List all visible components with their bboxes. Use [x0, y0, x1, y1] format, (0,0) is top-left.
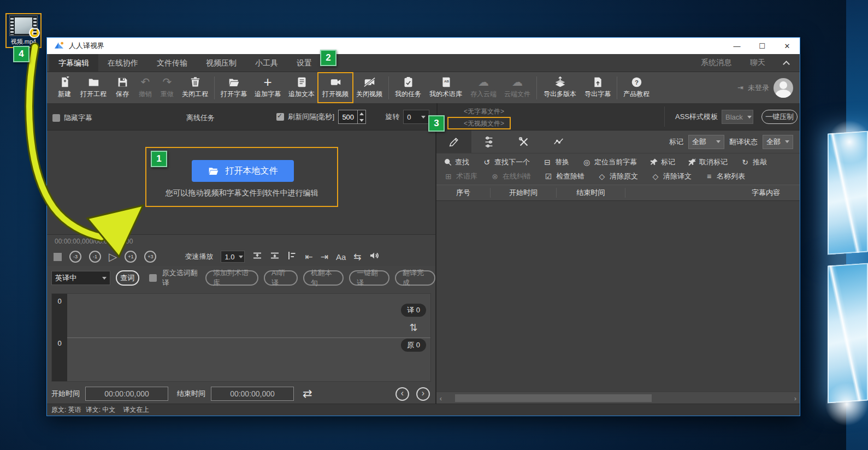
append-subtitle-button[interactable]: + 追加字幕 — [251, 73, 285, 102]
spinner-down-icon[interactable] — [358, 117, 365, 123]
my-glossary-button[interactable]: AB 我的术语库 — [425, 73, 467, 102]
minimize-button[interactable]: — — [724, 38, 749, 54]
name-list-button[interactable]: ≡ 名称列表 — [705, 171, 745, 181]
menu-file-transfer[interactable]: 文件传输 — [147, 54, 197, 72]
online-correction-button[interactable]: ⊗ 在线纠错 — [491, 171, 531, 181]
hide-subtitle-checkbox[interactable] — [52, 114, 60, 122]
font-style-icon[interactable]: Aa — [336, 252, 346, 262]
export-multi-version-button[interactable]: 导出多版本 — [539, 73, 581, 102]
loop-icon[interactable]: ⇄ — [303, 387, 312, 400]
subtitle-table-body[interactable] — [436, 201, 800, 392]
menu-subtitle-edit[interactable]: 字幕编辑 — [49, 54, 98, 72]
lookup-word-button[interactable]: 查词 — [116, 270, 139, 286]
mark-button[interactable]: 标记 — [650, 157, 675, 167]
login-area[interactable]: ⇥ 未登录 — [737, 72, 793, 103]
tutorial-button[interactable]: ? 产品教程 — [619, 73, 653, 102]
machine-translate-sentence-button[interactable]: 机翻本句 — [303, 270, 344, 286]
menu-settings[interactable]: 设置 — [287, 54, 321, 72]
one-key-translate-button[interactable]: 一键翻译 — [349, 270, 389, 286]
select-word-translate-checkbox[interactable] — [149, 274, 157, 282]
redo-button[interactable]: ↷ 重做 — [156, 73, 178, 102]
system-messages-link[interactable]: 系统消息 — [701, 58, 731, 68]
open-project-button[interactable]: 打开工程 — [76, 73, 110, 102]
rewind-1s-button[interactable]: -1 — [89, 251, 101, 263]
append-text-button[interactable]: 追加文本 — [285, 73, 318, 102]
title-bar[interactable]: 人人译视界 — ☐ ✕ — [47, 38, 800, 54]
open-subtitle-button[interactable]: 打开字幕 — [217, 73, 251, 102]
menu-tools[interactable]: 小工具 — [246, 54, 287, 72]
export-subtitle-button[interactable]: 导出字幕 — [581, 73, 615, 102]
chat-link[interactable]: 聊天 — [750, 58, 765, 68]
find-next-button[interactable]: ↺ 查找下一个 — [482, 157, 530, 167]
speed-select[interactable]: 1.0 — [221, 251, 245, 263]
clear-translation-button[interactable]: ◇ 清除译文 — [651, 171, 692, 181]
next-subtitle-button[interactable]: › — [416, 387, 430, 401]
unmark-button[interactable]: 取消标记 — [688, 157, 728, 167]
clear-source-button[interactable]: ◇ 清除原文 — [598, 171, 638, 181]
volume-icon[interactable] — [369, 251, 379, 263]
swap-source-translation-icon[interactable]: ⇅ — [410, 322, 418, 334]
close-button[interactable]: ✕ — [775, 38, 800, 54]
end-time-input[interactable]: 00:00:00,000 — [211, 387, 294, 401]
refresh-interval-checkbox[interactable] — [276, 113, 284, 121]
collapse-chevron-icon[interactable] — [783, 61, 790, 68]
previous-subtitle-button[interactable]: ‹ — [395, 387, 409, 401]
subtitle-text-editor[interactable]: 0 0 译 0 ⇅ 原 0 — [51, 293, 431, 382]
one-key-compress-button[interactable]: 一键压制 — [761, 110, 798, 124]
desktop-file-video-mp4[interactable]: ▶ 视频.mp4 — [5, 13, 42, 48]
save-button[interactable]: 保存 — [110, 73, 134, 102]
undo-button[interactable]: ↶ 撤销 — [134, 73, 156, 102]
my-tasks-button[interactable]: 我的任务 — [391, 73, 425, 102]
cloud-files-button[interactable]: ☁ 云端文件 — [500, 73, 534, 102]
rotate-select[interactable]: 0 — [403, 110, 429, 124]
refresh-interval-spinner[interactable]: 500 — [338, 110, 366, 124]
maximize-button[interactable]: ☐ — [749, 38, 775, 54]
glossary-button[interactable]: ⊞ 术语库 — [444, 171, 477, 181]
forward-3s-button[interactable]: +3 — [144, 251, 156, 263]
menu-online-collab[interactable]: 在线协作 — [98, 54, 147, 72]
tab-tools[interactable] — [506, 131, 541, 153]
add-to-glossary-button[interactable]: 添加到术语库 — [205, 270, 258, 286]
scroll-left-icon[interactable]: ‹ — [436, 392, 445, 404]
refine-button[interactable]: ↻ 推敲 — [741, 157, 767, 167]
new-button[interactable]: 新建 — [52, 73, 76, 102]
rewind-3s-button[interactable]: -3 — [69, 251, 81, 263]
ai-transcribe-button[interactable]: AI听译 — [264, 270, 298, 286]
open-local-file-button[interactable]: 打开本地文件 — [192, 160, 294, 182]
align-icon[interactable] — [287, 251, 297, 263]
offline-task-label[interactable]: 离线任务 — [186, 113, 215, 123]
find-button[interactable]: 查找 — [444, 157, 469, 167]
swap-lines-icon[interactable]: ⇆ — [353, 251, 361, 263]
tab-adjust[interactable] — [471, 131, 506, 153]
tab-edit[interactable] — [436, 131, 471, 153]
translate-done-button[interactable]: 翻译完成 — [395, 270, 435, 286]
spinner-up-icon[interactable] — [358, 110, 365, 117]
ass-template-select[interactable]: Black — [722, 110, 753, 124]
stop-icon[interactable] — [54, 253, 62, 261]
start-time-input[interactable]: 00:00:00,000 — [85, 387, 168, 401]
menu-video-encode[interactable]: 视频压制 — [197, 54, 246, 72]
layers-export-icon — [554, 76, 566, 88]
scrollbar-thumb[interactable] — [455, 394, 652, 402]
close-project-button[interactable]: 关闭工程 — [178, 73, 212, 102]
merge-down-icon[interactable] — [270, 251, 280, 263]
scroll-right-icon[interactable]: › — [791, 392, 800, 404]
mark-filter-select[interactable]: 全部 — [688, 135, 724, 149]
jump-start-icon[interactable]: ⇤ — [305, 251, 312, 263]
close-video-button[interactable]: 关闭视频 — [352, 73, 386, 102]
forward-1s-button[interactable]: +1 — [125, 251, 137, 263]
save-to-cloud-button[interactable]: ☁ 存入云端 — [467, 73, 500, 102]
video-camera-off-icon — [364, 76, 375, 88]
tab-waveform[interactable] — [541, 131, 576, 153]
language-direction-select[interactable]: 英译中 — [51, 271, 110, 285]
open-video-button[interactable]: 打开视频 — [318, 73, 352, 102]
horizontal-scrollbar[interactable]: ‹ › — [436, 392, 800, 404]
avatar[interactable] — [773, 78, 793, 98]
replace-button[interactable]: ⊟ 替换 — [543, 157, 569, 167]
locate-current-subtitle-button[interactable]: ◎ 定位当前字幕 — [582, 157, 637, 167]
check-errors-button[interactable]: ☑ 检查除错 — [544, 171, 584, 181]
merge-up-icon[interactable] — [252, 251, 262, 263]
jump-end-icon[interactable]: ⇥ — [321, 251, 328, 263]
translate-status-select[interactable]: 全部 — [763, 135, 793, 149]
play-icon[interactable]: ▷ — [109, 251, 117, 262]
